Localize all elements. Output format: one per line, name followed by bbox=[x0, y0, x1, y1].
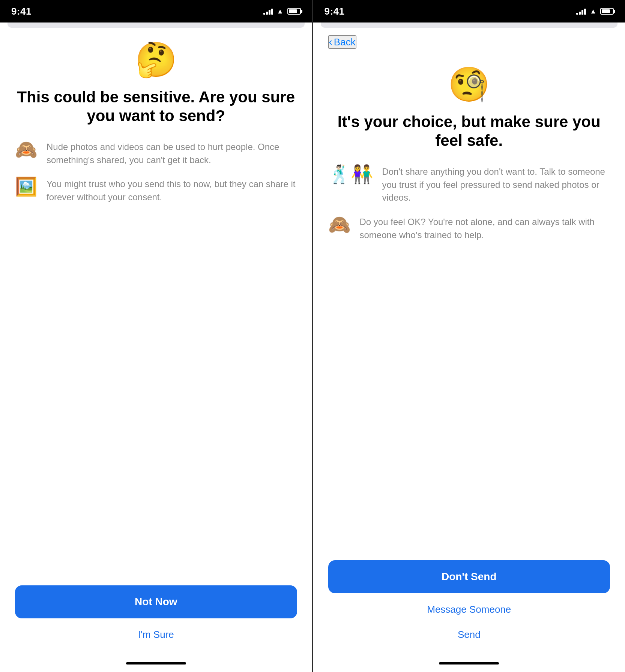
right-home-indicator bbox=[313, 658, 625, 672]
back-chevron-icon: ‹ bbox=[329, 36, 332, 48]
left-info-emoji-2: 🖼️ bbox=[15, 178, 38, 196]
right-info-item-1: 🕺🏻👫 Don't share anything you don't want … bbox=[328, 165, 610, 204]
message-someone-button[interactable]: Message Someone bbox=[419, 601, 518, 618]
left-info-text-2: You might trust who you send this to now… bbox=[47, 178, 297, 204]
left-screen-title: This could be sensitive. Are you sure yo… bbox=[15, 88, 297, 126]
back-label: Back bbox=[334, 36, 356, 48]
right-nav-bar: ‹ Back bbox=[328, 28, 610, 52]
card-top-left bbox=[8, 22, 305, 28]
right-info-emoji-1: 🕺🏻👫 bbox=[328, 165, 373, 183]
right-status-icons: ▲ bbox=[576, 8, 614, 15]
left-button-area: Not Now I'm Sure bbox=[15, 585, 297, 658]
left-info-text-1: Nude photos and videos can be used to hu… bbox=[47, 141, 297, 167]
right-info-emoji-2: 🙈 bbox=[328, 216, 351, 234]
right-main-emoji-container: 🧐 bbox=[328, 68, 610, 101]
left-main-emoji-container: 🤔 bbox=[15, 43, 297, 76]
right-battery-icon bbox=[600, 8, 614, 15]
right-status-time: 9:41 bbox=[325, 6, 345, 17]
im-sure-button[interactable]: I'm Sure bbox=[131, 626, 182, 644]
right-screen-title: It's your choice, but make sure you feel… bbox=[328, 112, 610, 150]
battery-icon bbox=[287, 8, 301, 15]
left-screen-content: 🤔 This could be sensitive. Are you sure … bbox=[0, 28, 312, 658]
right-info-list: 🕺🏻👫 Don't share anything you don't want … bbox=[328, 165, 610, 242]
left-status-icons: ▲ bbox=[263, 8, 301, 15]
back-button[interactable]: ‹ Back bbox=[328, 35, 356, 49]
wifi-icon: ▲ bbox=[277, 8, 284, 15]
right-phone-screen: 9:41 ▲ ‹ Back 🧐 It's your choice, but bbox=[313, 0, 625, 672]
left-phone-screen: 9:41 ▲ 🤔 This could be sensitive. Are yo… bbox=[0, 0, 312, 672]
left-home-indicator bbox=[0, 658, 312, 672]
right-home-bar bbox=[439, 662, 499, 664]
left-info-list: 🙈 Nude photos and videos can be used to … bbox=[15, 141, 297, 204]
right-status-bar: 9:41 ▲ bbox=[313, 0, 625, 22]
not-now-button[interactable]: Not Now bbox=[15, 585, 297, 618]
right-info-text-2: Do you feel OK? You're not alone, and ca… bbox=[360, 216, 610, 242]
right-button-area: Don't Send Message Someone Send bbox=[328, 560, 610, 658]
left-info-emoji-1: 🙈 bbox=[15, 141, 38, 159]
right-info-item-2: 🙈 Do you feel OK? You're not alone, and … bbox=[328, 216, 610, 242]
right-main-emoji: 🧐 bbox=[448, 68, 490, 101]
right-info-text-1: Don't share anything you don't want to. … bbox=[382, 165, 610, 204]
left-home-bar bbox=[126, 662, 186, 664]
dont-send-button[interactable]: Don't Send bbox=[328, 560, 610, 593]
right-signal-icon bbox=[576, 8, 586, 15]
card-top-right bbox=[321, 22, 618, 28]
left-info-item-2: 🖼️ You might trust who you send this to … bbox=[15, 178, 297, 204]
left-status-time: 9:41 bbox=[11, 6, 32, 17]
right-wifi-icon: ▲ bbox=[590, 8, 596, 15]
left-main-emoji: 🤔 bbox=[135, 43, 177, 76]
left-status-bar: 9:41 ▲ bbox=[0, 0, 312, 22]
send-button[interactable]: Send bbox=[450, 626, 488, 644]
signal-icon bbox=[263, 8, 273, 15]
right-screen-content: ‹ Back 🧐 It's your choice, but make sure… bbox=[313, 28, 625, 658]
left-info-item-1: 🙈 Nude photos and videos can be used to … bbox=[15, 141, 297, 167]
